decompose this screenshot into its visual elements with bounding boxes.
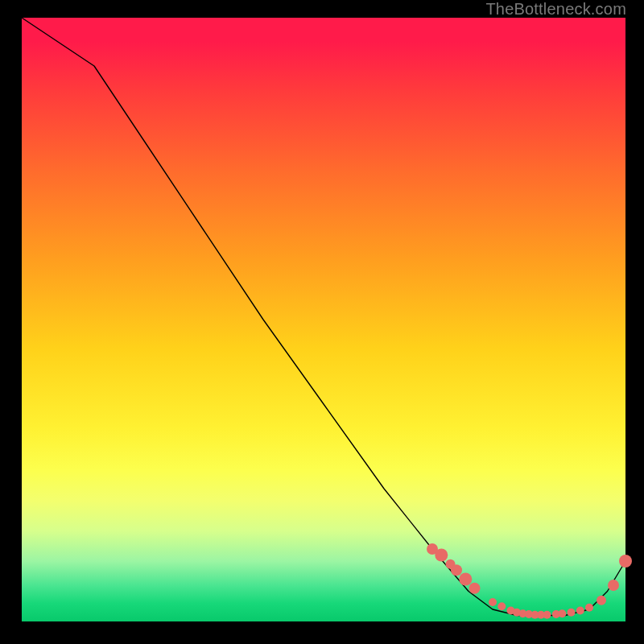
chart-container: TheBottleneck.com <box>0 0 644 644</box>
data-point <box>459 573 472 586</box>
data-point <box>576 607 584 615</box>
data-point <box>558 609 566 617</box>
scatter-points <box>427 543 632 619</box>
plot-area <box>22 18 625 621</box>
data-point <box>568 609 576 617</box>
watermark-text: TheBottleneck.com <box>485 0 626 19</box>
data-point <box>543 611 551 619</box>
data-point <box>451 564 462 576</box>
data-point <box>597 596 606 605</box>
data-point <box>585 604 593 612</box>
data-point <box>497 602 506 610</box>
data-point <box>435 549 448 562</box>
bottleneck-curve <box>22 18 625 616</box>
data-point <box>489 598 497 606</box>
data-point <box>619 555 632 568</box>
chart-overlay <box>22 18 625 621</box>
data-point <box>608 580 619 591</box>
data-point <box>469 583 481 594</box>
